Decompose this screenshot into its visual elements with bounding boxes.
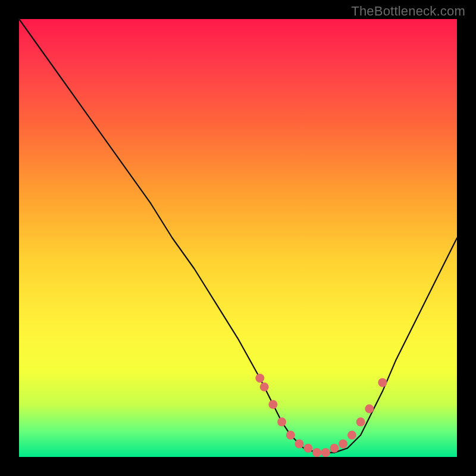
curve-svg (19, 19, 457, 457)
marker-dot (347, 431, 356, 440)
marker-dot (286, 431, 295, 440)
marker-dot (365, 405, 374, 414)
marker-dot (339, 439, 347, 448)
marker-dot (321, 448, 330, 457)
marker-dot (303, 444, 312, 453)
marker-dot (295, 439, 304, 448)
marker-dot (356, 418, 365, 427)
marker-dot (255, 374, 264, 383)
plot-area (19, 19, 457, 457)
marker-dot (330, 444, 339, 453)
marker-dot (277, 418, 286, 427)
bottleneck-curve (19, 19, 457, 453)
marker-dot (312, 448, 321, 457)
marker-dot (260, 383, 269, 392)
marker-dot (378, 378, 387, 387)
chart-stage: TheBottleneck.com (0, 0, 476, 476)
marker-group (255, 374, 387, 457)
watermark-text: TheBottleneck.com (351, 4, 465, 19)
marker-dot (268, 400, 277, 409)
